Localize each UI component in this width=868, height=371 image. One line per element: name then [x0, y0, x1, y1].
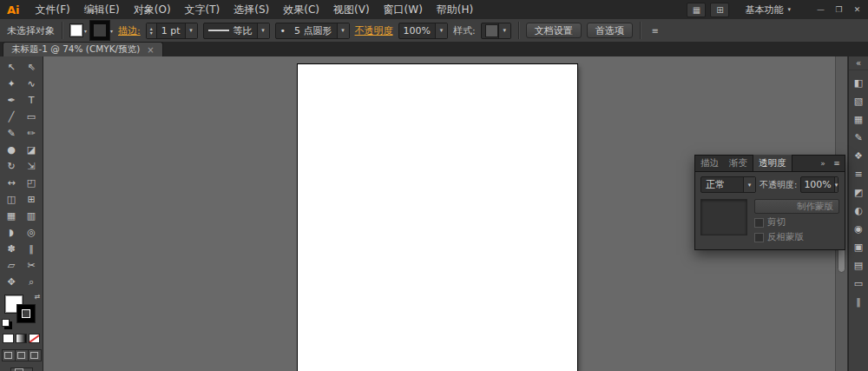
tab-gradient[interactable]: 渐变	[724, 155, 753, 171]
align-panel-icon[interactable]: ‖	[849, 293, 868, 311]
stroke-width-value[interactable]: 1 pt	[157, 25, 185, 36]
shape-builder-tool[interactable]: ◫	[2, 191, 22, 208]
panel-opacity-combo[interactable]: 100% ▾	[800, 176, 838, 193]
close-tab-icon[interactable]: ×	[147, 45, 154, 55]
menu-edit[interactable]: 编辑(E)	[77, 0, 127, 20]
menu-help[interactable]: 帮助(H)	[430, 0, 480, 20]
preferences-button[interactable]: 首选项	[587, 23, 633, 38]
stroke-panel-icon[interactable]: ≡	[849, 165, 868, 183]
width-profile-combo[interactable]: 等比 ▾	[203, 23, 270, 39]
line-segment-tool[interactable]: ╱	[2, 109, 22, 125]
chevron-down-icon[interactable]: ▾	[185, 23, 197, 38]
menu-window[interactable]: 窗口(W)	[377, 0, 430, 20]
swatches-panel-icon[interactable]: ▦	[849, 110, 868, 129]
stroke-swatch[interactable]	[17, 305, 35, 322]
stroke-panel-link[interactable]: 描边:	[118, 24, 141, 37]
chevron-down-icon[interactable]: ▾	[110, 28, 113, 34]
brush-definition-combo[interactable]: • 5 点圆形 ▾	[275, 23, 350, 39]
type-tool[interactable]: T	[22, 92, 42, 109]
blend-mode-select[interactable]: 正常 ▾	[700, 176, 756, 193]
restore-button[interactable]: ❐	[830, 3, 848, 17]
paintbrush-tool[interactable]: ✎	[2, 125, 22, 142]
draw-inside-button[interactable]	[28, 350, 41, 361]
menu-select[interactable]: 选择(S)	[227, 0, 276, 20]
slice-tool[interactable]: ✂	[22, 257, 42, 274]
brushes-panel-icon[interactable]: ✎	[849, 129, 868, 147]
workspace-switcher[interactable]: 基本功能 ▾	[738, 2, 798, 18]
selection-tool[interactable]: ↖	[2, 59, 22, 76]
none-button[interactable]	[29, 334, 40, 343]
direct-selection-tool[interactable]: ⇖	[22, 59, 42, 76]
screen-mode-button[interactable]: ▾	[10, 368, 33, 371]
minimize-button[interactable]: —	[812, 3, 830, 17]
stroke-color-swatch[interactable]	[90, 21, 109, 40]
blend-tool[interactable]: ◎	[22, 224, 42, 241]
symbol-sprayer-tool[interactable]: ✽	[2, 241, 22, 257]
blend-mode-value[interactable]: 正常	[701, 178, 743, 191]
opacity-combo[interactable]: 100% ▾	[398, 23, 448, 39]
layers-panel-icon[interactable]: ▤	[849, 256, 868, 275]
color-button[interactable]	[3, 334, 14, 343]
chevron-down-icon[interactable]: ▾	[743, 177, 755, 192]
chevron-down-icon[interactable]: ▾	[337, 23, 349, 38]
bridge-icon[interactable]: ▦	[687, 3, 706, 17]
document-tab[interactable]: 未标题-1 @ 74% (CMYK/预览) ×	[3, 42, 163, 56]
symbols-panel-icon[interactable]: ❖	[849, 147, 868, 165]
control-panel-menu-icon[interactable]: ≡	[648, 23, 663, 37]
gradient-button[interactable]	[16, 334, 27, 343]
eraser-tool[interactable]: ◪	[22, 142, 42, 158]
stroke-width-stepper[interactable]: ▴ ▾	[147, 23, 157, 38]
document-setup-button[interactable]: 文档设置	[526, 23, 582, 38]
chevron-down-icon[interactable]: ▾	[435, 23, 447, 38]
swap-fill-stroke-icon[interactable]: ⇄	[35, 293, 41, 301]
graphic-styles-panel-icon[interactable]: ▣	[849, 238, 868, 256]
expand-panels-icon[interactable]: «	[849, 56, 868, 70]
menu-type[interactable]: 文字(T)	[178, 0, 227, 20]
mesh-tool[interactable]: ▦	[2, 208, 22, 224]
close-button[interactable]: ✕	[848, 3, 866, 17]
arrange-documents-icon[interactable]: ⊞	[710, 3, 729, 17]
menu-file[interactable]: 文件(F)	[29, 0, 77, 20]
color-panel-icon[interactable]: ◧	[849, 74, 868, 92]
object-thumbnail[interactable]	[700, 199, 747, 235]
menu-object[interactable]: 对象(O)	[127, 0, 178, 20]
artboard-tool[interactable]: ▱	[2, 257, 22, 274]
draw-behind-button[interactable]	[15, 350, 28, 361]
gradient-tool[interactable]: ▥	[22, 208, 42, 224]
lasso-tool[interactable]: ∿	[22, 76, 42, 92]
color-guide-panel-icon[interactable]: ▧	[849, 92, 868, 110]
blob-brush-tool[interactable]: ●	[2, 142, 22, 158]
default-fill-stroke-icon[interactable]	[2, 319, 10, 327]
stepper-down-icon[interactable]: ▾	[147, 30, 156, 35]
stroke-color-control[interactable]: ▾	[90, 21, 113, 40]
scale-tool[interactable]: ⇲	[22, 158, 42, 175]
chevron-down-icon[interactable]: ▾	[257, 23, 269, 38]
transparency-panel-icon[interactable]: ◐	[849, 202, 868, 220]
zoom-tool[interactable]: ⌕	[22, 274, 42, 290]
chevron-down-icon[interactable]: ▾	[84, 28, 87, 34]
magic-wand-tool[interactable]: ✦	[2, 76, 22, 92]
perspective-grid-tool[interactable]: ⊞	[22, 191, 42, 208]
panel-menu-icon[interactable]: ≡	[831, 157, 843, 169]
artboard[interactable]	[298, 64, 577, 371]
rotate-tool[interactable]: ↻	[2, 158, 22, 175]
pencil-tool[interactable]: ✏	[22, 125, 42, 142]
tab-transparency[interactable]: 透明度	[753, 155, 792, 171]
column-graph-tool[interactable]: ‖	[22, 241, 42, 257]
clip-checkbox[interactable]	[754, 218, 764, 228]
stroke-width-combo[interactable]: ▴ ▾ 1 pt ▾	[146, 23, 198, 39]
chevron-down-icon[interactable]: ▾	[498, 23, 510, 38]
menu-effect[interactable]: 效果(C)	[276, 0, 326, 20]
width-tool[interactable]: ↔	[2, 175, 22, 191]
appearance-panel-icon[interactable]: ◉	[849, 220, 868, 238]
rectangle-tool[interactable]: ▭	[22, 109, 42, 125]
fill-color-swatch[interactable]	[69, 23, 83, 37]
width-profile-value[interactable]: 等比	[229, 24, 257, 37]
opacity-value[interactable]: 100%	[399, 25, 435, 36]
panel-opacity-value[interactable]: 100%	[801, 179, 833, 190]
free-transform-tool[interactable]: ◰	[22, 175, 42, 191]
make-mask-button[interactable]: 制作蒙版	[754, 199, 839, 214]
collapse-panel-icon[interactable]: »	[817, 157, 829, 169]
chevron-down-icon[interactable]: ▾	[834, 177, 838, 192]
draw-normal-button[interactable]	[3, 350, 15, 361]
